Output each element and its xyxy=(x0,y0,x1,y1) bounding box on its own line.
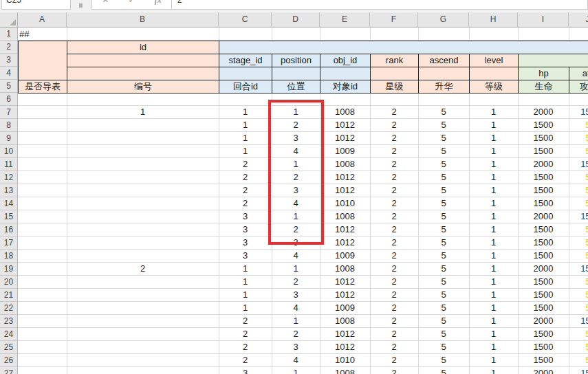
cell-J17[interactable]: 5 xyxy=(569,236,588,250)
cell-A1[interactable]: ## xyxy=(18,28,68,41)
row-header-10[interactable]: 10 xyxy=(0,145,18,158)
cell-J22[interactable]: 5 xyxy=(569,302,588,315)
cell-I13[interactable]: 1500 xyxy=(518,184,569,197)
cell-I16[interactable]: 1500 xyxy=(518,223,569,236)
cell-C9[interactable]: 1 xyxy=(219,132,272,145)
cancel-icon[interactable]: ✕ xyxy=(92,0,118,9)
cell-G21[interactable]: 5 xyxy=(418,289,469,302)
row-header-17[interactable]: 17 xyxy=(0,236,18,250)
column-header-A[interactable]: A xyxy=(18,12,67,28)
cell-H14[interactable]: 1 xyxy=(469,197,518,210)
cell-I21[interactable]: 1500 xyxy=(518,289,569,302)
cell-I23[interactable]: 2000 xyxy=(518,315,569,328)
cell-H17[interactable]: 1 xyxy=(469,236,518,250)
row-header-2[interactable]: 2 xyxy=(0,41,18,54)
cell-E22[interactable]: 1009 xyxy=(320,302,370,315)
row-header-19[interactable]: 19 xyxy=(0,263,18,276)
column-header-E[interactable]: E xyxy=(320,12,370,28)
cell-H5[interactable]: 等级 xyxy=(469,80,519,94)
cell-H18[interactable]: 1 xyxy=(469,250,518,263)
cell-J21[interactable]: 5 xyxy=(569,289,588,302)
cell-J11[interactable]: 150 xyxy=(569,158,588,171)
cell-C7[interactable]: 1 xyxy=(219,106,272,119)
cell-F15[interactable]: 2 xyxy=(370,210,418,223)
cell-E9[interactable]: 1012 xyxy=(320,132,370,145)
cell-J8[interactable]: 5 xyxy=(569,119,588,132)
cell-F23[interactable]: 2 xyxy=(370,315,418,328)
cell-E7[interactable]: 1008 xyxy=(320,106,370,119)
cell-E3[interactable]: obj_id xyxy=(320,54,371,67)
cell-H16[interactable]: 1 xyxy=(469,223,518,236)
cell-C18[interactable]: 3 xyxy=(219,250,272,263)
cell-H8[interactable]: 1 xyxy=(469,119,518,132)
cell-F20[interactable]: 2 xyxy=(370,276,418,289)
cell-A5[interactable]: 是否导表 xyxy=(18,80,67,94)
cell-H20[interactable]: 1 xyxy=(469,276,518,289)
cell-E14[interactable]: 1010 xyxy=(320,197,370,210)
cell-H13[interactable]: 1 xyxy=(469,184,518,197)
cell-D27[interactable]: 1 xyxy=(272,367,320,374)
cell-I22[interactable]: 1500 xyxy=(518,302,569,315)
cell-D4[interactable] xyxy=(272,67,320,80)
cell-C14[interactable]: 2 xyxy=(219,197,272,210)
column-header-C[interactable]: C xyxy=(219,12,272,28)
row-header-6[interactable]: 6 xyxy=(0,93,18,106)
row-header-20[interactable]: 20 xyxy=(0,276,18,289)
cell-I7[interactable]: 2000 xyxy=(518,106,569,119)
cell-C21[interactable]: 1 xyxy=(219,289,272,302)
cell-E15[interactable]: 1008 xyxy=(320,210,370,223)
cell-C13[interactable]: 2 xyxy=(219,184,272,197)
cell-E10[interactable]: 1009 xyxy=(320,145,370,158)
cell-F24[interactable]: 2 xyxy=(370,328,418,341)
column-header-F[interactable]: F xyxy=(370,12,418,28)
cell-I12[interactable]: 1500 xyxy=(518,171,569,184)
cell-G16[interactable]: 5 xyxy=(418,223,469,236)
cell-H22[interactable]: 1 xyxy=(469,302,518,315)
cell-J26[interactable]: 5 xyxy=(569,354,588,367)
cell-I25[interactable]: 1500 xyxy=(518,341,569,354)
enter-icon[interactable]: ✓ xyxy=(118,0,144,9)
cell-H27[interactable]: 1 xyxy=(469,367,518,374)
cell-C5[interactable]: 回合id xyxy=(219,80,272,94)
row-header-11[interactable]: 11 xyxy=(0,158,18,171)
cell-H9[interactable]: 1 xyxy=(469,132,518,145)
cell-I14[interactable]: 1500 xyxy=(518,197,569,210)
cell-J25[interactable]: 5 xyxy=(569,341,588,354)
cell-E20[interactable]: 1012 xyxy=(320,276,370,289)
row-header-16[interactable]: 16 xyxy=(0,223,18,236)
cell-C24[interactable]: 2 xyxy=(219,328,272,341)
cell-J23[interactable]: 150 xyxy=(569,315,588,328)
cell-F11[interactable]: 2 xyxy=(370,158,418,171)
cell-I3[interactable] xyxy=(518,54,588,67)
cell-C19[interactable]: 1 xyxy=(219,263,272,276)
row-header-26[interactable]: 26 xyxy=(0,354,18,367)
cell-F14[interactable]: 2 xyxy=(370,197,418,210)
cell-F8[interactable]: 2 xyxy=(370,119,418,132)
row-header-1[interactable]: 1 xyxy=(0,28,18,41)
cell-F16[interactable]: 2 xyxy=(370,223,418,236)
row-header-9[interactable]: 9 xyxy=(0,132,18,145)
row-header-15[interactable]: 15 xyxy=(0,210,18,223)
cell-E24[interactable]: 1012 xyxy=(320,328,370,341)
cell-F21[interactable]: 2 xyxy=(370,289,418,302)
cell-F4[interactable] xyxy=(370,67,419,80)
cell-J15[interactable]: 150 xyxy=(569,210,588,223)
row-header-8[interactable]: 8 xyxy=(0,119,18,132)
cell-G24[interactable]: 5 xyxy=(418,328,469,341)
cell-D23[interactable]: 1 xyxy=(272,315,320,328)
cell-D3[interactable]: position xyxy=(272,54,320,67)
cell-D18[interactable]: 4 xyxy=(272,250,320,263)
cell-E5[interactable]: 对象id xyxy=(320,80,371,94)
cell-E27[interactable]: 1008 xyxy=(320,367,370,374)
cell-I26[interactable]: 1500 xyxy=(518,354,569,367)
cell-H23[interactable]: 1 xyxy=(469,315,518,328)
cell-F3[interactable]: rank xyxy=(370,54,419,67)
cell-C26[interactable]: 2 xyxy=(219,354,272,367)
cell-J12[interactable]: 5 xyxy=(569,171,588,184)
cell-F26[interactable]: 2 xyxy=(370,354,418,367)
cell-E8[interactable]: 1012 xyxy=(320,119,370,132)
cell-H24[interactable]: 1 xyxy=(469,328,518,341)
cell-G14[interactable]: 5 xyxy=(418,197,469,210)
cell-C27[interactable]: 3 xyxy=(219,367,272,374)
cell-B7[interactable]: 1 xyxy=(67,106,219,119)
